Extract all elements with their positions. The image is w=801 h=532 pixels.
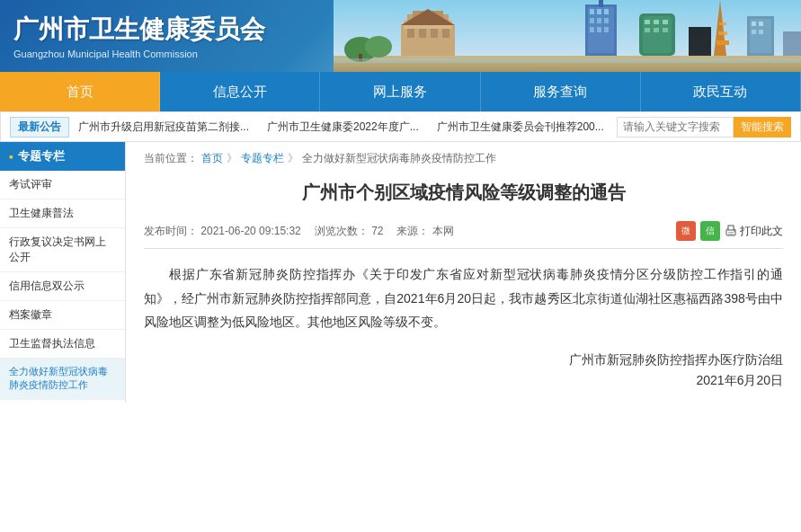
svg-rect-24 <box>604 27 609 32</box>
announce-item-1[interactable]: 广州市升级启用新冠疫苗第二剂接... <box>78 120 249 135</box>
city-skyline-image <box>334 0 801 72</box>
svg-rect-23 <box>597 27 601 32</box>
breadcrumb-home[interactable]: 首页 <box>201 151 223 166</box>
svg-rect-49 <box>728 232 734 233</box>
svg-rect-46 <box>334 58 801 63</box>
svg-rect-18 <box>604 9 609 14</box>
svg-rect-31 <box>645 28 650 32</box>
svg-rect-1 <box>334 56 801 72</box>
sidebar-title: 专题专栏 <box>0 142 125 171</box>
sidebar: 专题专栏 考试评审 卫生健康普法 行政复议决定书网上公开 信用信息双公示 档案徽… <box>0 142 126 403</box>
nav-service-query[interactable]: 服务查询 <box>481 72 641 111</box>
svg-rect-40 <box>752 22 756 26</box>
article-footer: 广州市新冠肺炎防控指挥办医疗防治组 2021年6月20日 <box>144 352 783 389</box>
sidebar-item-health-law[interactable]: 卫生健康普法 <box>0 200 125 228</box>
svg-rect-41 <box>759 22 763 26</box>
svg-rect-22 <box>590 27 594 32</box>
article-title: 广州市个别区域疫情风险等级调整的通告 <box>144 180 783 205</box>
nav-info-public[interactable]: 信息公开 <box>160 72 320 111</box>
sidebar-item-exam[interactable]: 考试评审 <box>0 171 125 200</box>
svg-rect-21 <box>604 18 609 23</box>
search-button[interactable]: 智能搜索 <box>734 117 791 137</box>
source-label: 来源： 本网 <box>396 224 453 239</box>
main-area: 专题专栏 考试评审 卫生健康普法 行政复议决定书网上公开 信用信息双公示 档案徽… <box>0 142 801 403</box>
nav-citizen-interaction[interactable]: 政民互动 <box>641 72 801 111</box>
announce-tag: 最新公告 <box>10 117 69 137</box>
article-paragraph-1: 根据广东省新冠肺炎防控指挥办《关于印发广东省应对新型冠状病毒肺炎疫情分区分级防控… <box>144 262 783 334</box>
article-meta: 发布时间： 2021-06-20 09:15:32 浏览次数： 72 来源： 本… <box>144 214 783 249</box>
page-header: 广州市卫生健康委员会 Guangzhou Municipal Health Co… <box>0 0 801 142</box>
announce-items: 广州市升级启用新冠疫苗第二剂接... 广州市卫生健康委2022年度广... 广州… <box>78 120 608 135</box>
main-nav: 首页 信息公开 网上服务 服务查询 政民互动 <box>0 72 801 111</box>
print-link[interactable]: 打印此文 <box>725 224 783 239</box>
breadcrumb-sep-1: 》 <box>227 151 237 166</box>
publish-time: 2021-06-20 09:15:32 <box>200 225 300 237</box>
announce-bar: 最新公告 广州市升级启用新冠疫苗第二剂接... 广州市卫生健康委2022年度广.… <box>0 111 801 142</box>
breadcrumb: 当前位置： 首页 》 专题专栏 》 全力做好新型冠状病毒肺炎疫情防控工作 <box>144 151 783 166</box>
sidebar-item-epidemic-control[interactable]: 全力做好新型冠状病毒肺炎疫情防控工作 <box>0 359 125 400</box>
search-input[interactable] <box>617 117 734 137</box>
breadcrumb-current: 全力做好新型冠状病毒肺炎疫情防控工作 <box>302 151 496 166</box>
svg-rect-33 <box>663 28 668 32</box>
article-body: 根据广东省新冠肺炎防控指挥办《关于印发广东省应对新型冠状病毒肺炎疫情分区分级防控… <box>144 262 783 334</box>
svg-rect-37 <box>716 40 729 45</box>
article-meta-left: 发布时间： 2021-06-20 09:15:32 浏览次数： 72 来源： 本… <box>144 224 454 239</box>
content-area: 当前位置： 首页 》 专题专栏 》 全力做好新型冠状病毒肺炎疫情防控工作 广州市… <box>126 142 801 403</box>
svg-rect-30 <box>663 20 668 24</box>
svg-rect-45 <box>783 31 801 56</box>
logo-area: 广州市卫生健康委员会 Guangzhou Municipal Health Co… <box>13 13 265 59</box>
article-share-icons: 微 信 打印此文 <box>676 221 783 241</box>
share-wechat-icon[interactable]: 信 <box>700 221 720 241</box>
svg-rect-25 <box>599 0 603 7</box>
svg-rect-11 <box>419 29 426 38</box>
svg-rect-43 <box>759 30 763 34</box>
svg-rect-35 <box>719 22 726 25</box>
print-icon <box>725 225 737 237</box>
sidebar-item-credit-info[interactable]: 信用信息双公示 <box>0 272 125 301</box>
search-box: 智能搜索 <box>617 117 791 137</box>
footer-org: 广州市新冠肺炎防控指挥办医疗防治组 <box>144 352 783 368</box>
sidebar-item-supervision[interactable]: 卫生监督执法信息 <box>0 330 125 359</box>
svg-rect-50 <box>728 234 734 235</box>
publish-time-label: 发布时间： 2021-06-20 09:15:32 <box>144 224 301 239</box>
svg-rect-36 <box>718 31 727 35</box>
nav-online-service[interactable]: 网上服务 <box>320 72 480 111</box>
svg-rect-32 <box>654 28 659 32</box>
breadcrumb-label: 当前位置： <box>144 151 198 166</box>
logo-en: Guangzhou Municipal Health Commission <box>13 49 265 59</box>
svg-rect-13 <box>442 29 449 38</box>
announce-item-3[interactable]: 广州市卫生健康委员会刊推荐200... <box>437 120 604 135</box>
svg-rect-42 <box>752 30 756 34</box>
views-count: 72 <box>371 225 383 237</box>
footer-date: 2021年6月20日 <box>144 373 783 389</box>
sidebar-item-archive[interactable]: 档案徽章 <box>0 301 125 330</box>
svg-rect-17 <box>597 9 601 14</box>
sidebar-item-admin-review[interactable]: 行政复议决定书网上公开 <box>0 228 125 272</box>
source-value: 本网 <box>432 225 454 237</box>
announce-item-2[interactable]: 广州市卫生健康委2022年度广... <box>267 120 419 135</box>
svg-rect-12 <box>431 29 438 38</box>
svg-rect-48 <box>728 226 734 230</box>
svg-rect-20 <box>597 18 601 23</box>
svg-rect-28 <box>645 20 650 24</box>
logo-cn: 广州市卫生健康委员会 <box>13 13 265 47</box>
share-weibo-icon[interactable]: 微 <box>676 221 696 241</box>
svg-rect-16 <box>590 9 594 14</box>
print-label: 打印此文 <box>740 224 783 239</box>
header-banner: 广州市卫生健康委员会 Guangzhou Municipal Health Co… <box>0 0 801 72</box>
breadcrumb-section[interactable]: 专题专栏 <box>241 151 284 166</box>
svg-rect-10 <box>407 29 414 38</box>
svg-point-51 <box>734 230 735 232</box>
nav-home[interactable]: 首页 <box>0 72 160 111</box>
svg-rect-44 <box>689 27 711 56</box>
svg-point-3 <box>365 36 392 58</box>
views-label: 浏览次数： 72 <box>315 224 384 239</box>
svg-rect-19 <box>590 18 594 23</box>
breadcrumb-sep-2: 》 <box>288 151 298 166</box>
svg-rect-29 <box>654 20 659 24</box>
